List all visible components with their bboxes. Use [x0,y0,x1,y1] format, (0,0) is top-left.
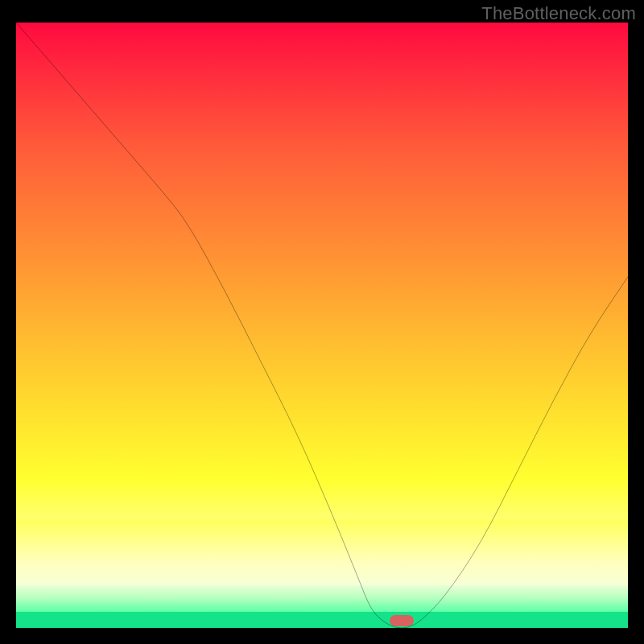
optimal-point-marker [390,615,414,626]
watermark-text: TheBottleneck.com [481,3,636,24]
plot-area [16,23,628,628]
bottleneck-curve [16,23,628,628]
chart-frame: TheBottleneck.com [0,0,644,644]
